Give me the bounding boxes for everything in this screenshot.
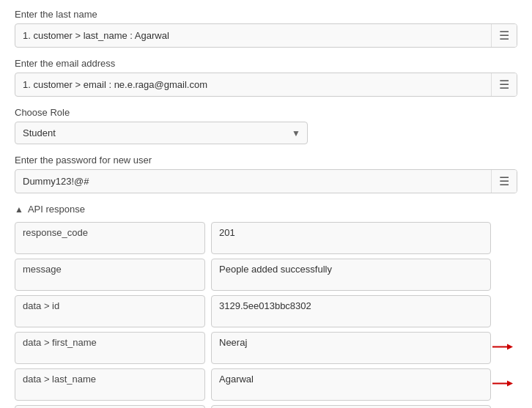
svg-marker-1 bbox=[507, 344, 513, 350]
password-menu-icon[interactable]: ☰ bbox=[491, 170, 517, 193]
last-name-field-group: Enter the last name ☰ bbox=[15, 9, 517, 48]
api-value-last-name[interactable]: Agarwal bbox=[211, 368, 491, 401]
svg-marker-3 bbox=[507, 381, 513, 387]
api-row-last-name: data > last_name Agarwal bbox=[15, 368, 491, 401]
last-name-label: Enter the last name bbox=[15, 9, 517, 20]
collapse-icon: ▲ bbox=[15, 204, 23, 215]
api-key-response-code: response_code bbox=[15, 222, 205, 254]
role-field-group: Choose Role Student Teacher Admin ▼ bbox=[15, 107, 517, 144]
email-input-row: ☰ bbox=[15, 73, 517, 97]
api-value-first-name[interactable]: Neeraj bbox=[211, 332, 491, 364]
email-label: Enter the email address bbox=[15, 58, 517, 69]
api-section: ▲ API response response_code 201 message… bbox=[15, 204, 517, 408]
api-key-first-name: data > first_name bbox=[15, 332, 205, 364]
api-row-response-code: response_code 201 bbox=[15, 222, 491, 254]
last-name-input[interactable] bbox=[15, 25, 491, 46]
role-select-wrapper: Student Teacher Admin ▼ bbox=[15, 122, 308, 144]
api-row-data-id: data > id 3129.5ee013bbc8302 bbox=[15, 295, 491, 327]
api-key-message: message bbox=[15, 259, 205, 291]
password-input-row: ☰ bbox=[15, 169, 517, 193]
api-value-response-code[interactable]: 201 bbox=[211, 222, 491, 254]
api-key-last-name: data > last_name bbox=[15, 368, 205, 401]
api-rows-container: response_code 201 message People added s… bbox=[15, 222, 517, 408]
main-container: Enter the last name ☰ Enter the email ad… bbox=[0, 0, 532, 408]
api-row-email: data > email ne.e.raga@gmail.com bbox=[15, 405, 491, 408]
api-value-data-id[interactable]: 3129.5ee013bbc8302 bbox=[211, 295, 491, 327]
password-label: Enter the password for new user bbox=[15, 155, 517, 166]
email-field-group: Enter the email address ☰ bbox=[15, 58, 517, 97]
api-key-email: data > email bbox=[15, 405, 205, 408]
role-select[interactable]: Student Teacher Admin bbox=[15, 122, 308, 144]
api-value-email[interactable]: ne.e.raga@gmail.com bbox=[211, 405, 491, 408]
api-row-first-name: data > first_name Neeraj bbox=[15, 332, 491, 364]
last-name-input-row: ☰ bbox=[15, 23, 517, 48]
email-menu-icon[interactable]: ☰ bbox=[491, 73, 517, 96]
password-input[interactable] bbox=[15, 171, 491, 192]
api-value-message[interactable]: People added successfully bbox=[211, 259, 491, 291]
password-field-group: Enter the password for new user ☰ bbox=[15, 155, 517, 193]
arrow-first-name bbox=[492, 343, 513, 354]
api-header[interactable]: ▲ API response bbox=[15, 204, 517, 215]
last-name-menu-icon[interactable]: ☰ bbox=[491, 24, 517, 47]
api-row-message: message People added successfully bbox=[15, 259, 491, 291]
email-input[interactable] bbox=[15, 74, 491, 95]
role-label: Choose Role bbox=[15, 107, 517, 118]
arrow-last-name bbox=[492, 379, 513, 390]
api-section-title: API response bbox=[28, 204, 85, 215]
api-key-data-id: data > id bbox=[15, 295, 205, 327]
